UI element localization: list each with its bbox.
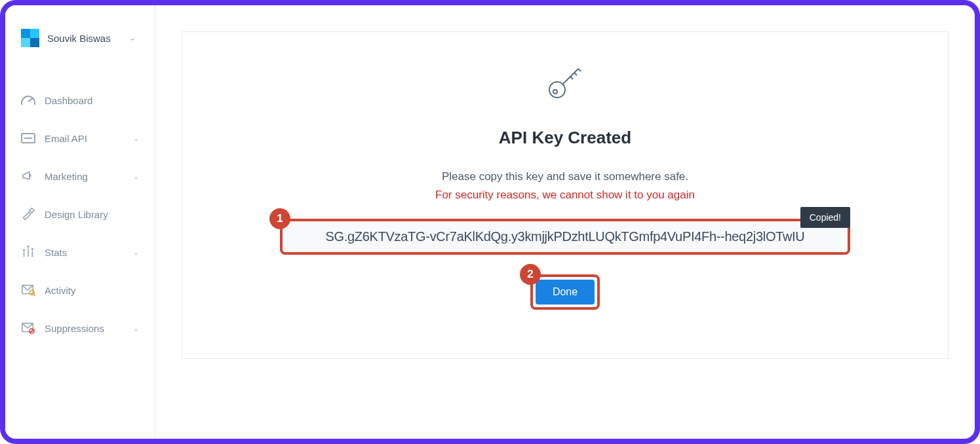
sidebar-item-label: Design Library <box>45 209 139 220</box>
chevron-down-icon: ⌄ <box>126 33 139 43</box>
svg-point-13 <box>553 90 557 94</box>
annotation-step-2: 2 <box>520 264 541 285</box>
stats-icon <box>21 245 35 259</box>
key-icon <box>544 61 586 105</box>
svg-line-8 <box>33 294 35 296</box>
copied-tooltip: Copied! <box>800 207 850 228</box>
sidebar-item-marketing[interactable]: Marketing ⌄ <box>5 157 155 195</box>
panel-title: API Key Created <box>499 128 631 148</box>
sidebar-item-activity[interactable]: Activity <box>5 271 155 309</box>
activity-icon <box>21 283 35 297</box>
svg-point-4 <box>28 246 29 248</box>
annotation-highlight: Done <box>530 274 600 310</box>
app-frame: Souvik Biswas ⌄ Dashboard Email API ⌄ Ma… <box>0 0 980 444</box>
done-button[interactable]: Done <box>536 280 595 305</box>
megaphone-icon <box>21 169 35 183</box>
svg-point-5 <box>32 249 33 250</box>
main-content: API Key Created Please copy this key and… <box>155 5 975 439</box>
suppressions-icon <box>21 321 35 335</box>
panel-warning: For security reasons, we cannot show it … <box>435 189 695 202</box>
sidebar-item-label: Marketing <box>45 171 124 182</box>
gauge-icon <box>21 93 35 107</box>
sidebar-item-label: Suppressions <box>45 323 124 334</box>
design-icon <box>21 207 35 221</box>
sidebar-item-suppressions[interactable]: Suppressions ⌄ <box>5 309 155 347</box>
account-switcher[interactable]: Souvik Biswas ⌄ <box>5 21 155 65</box>
chevron-down-icon: ⌄ <box>133 324 139 333</box>
nav-list: Dashboard Email API ⌄ Marketing ⌄ Design… <box>5 81 155 347</box>
sidebar-item-label: Email API <box>45 133 124 144</box>
chevron-down-icon: ⌄ <box>133 134 139 143</box>
annotation-step-1: 1 <box>269 208 290 229</box>
panel-subtitle: Please copy this key and save it somewhe… <box>442 170 688 183</box>
sidebar-item-label: Stats <box>45 247 124 258</box>
sidebar-item-email-api[interactable]: Email API ⌄ <box>5 119 155 157</box>
svg-line-15 <box>578 69 581 71</box>
sidebar-item-label: Activity <box>45 285 139 296</box>
api-key-value[interactable]: SG.gZ6KTVzaTG-vCr7aKlKdQg.y3kmjjkPDzhtLU… <box>280 219 850 255</box>
svg-line-17 <box>570 77 573 79</box>
card-icon <box>21 131 35 145</box>
svg-point-3 <box>24 250 25 251</box>
sidebar-item-dashboard[interactable]: Dashboard <box>5 81 155 119</box>
sidebar: Souvik Biswas ⌄ Dashboard Email API ⌄ Ma… <box>5 5 155 439</box>
sidebar-item-stats[interactable]: Stats ⌄ <box>5 233 155 271</box>
chevron-down-icon: ⌄ <box>133 172 139 181</box>
sidebar-item-design-library[interactable]: Design Library <box>5 195 155 233</box>
svg-line-16 <box>574 73 577 75</box>
api-key-created-panel: API Key Created Please copy this key and… <box>182 31 949 359</box>
api-key-field-wrap: 1 Copied! SG.gZ6KTVzaTG-vCr7aKlKdQg.y3km… <box>280 219 850 255</box>
chevron-down-icon: ⌄ <box>133 248 139 257</box>
done-button-wrap: 2 Done <box>530 274 600 310</box>
sidebar-item-label: Dashboard <box>45 95 139 106</box>
account-logo-icon <box>21 29 39 47</box>
account-name: Souvik Biswas <box>47 33 118 44</box>
